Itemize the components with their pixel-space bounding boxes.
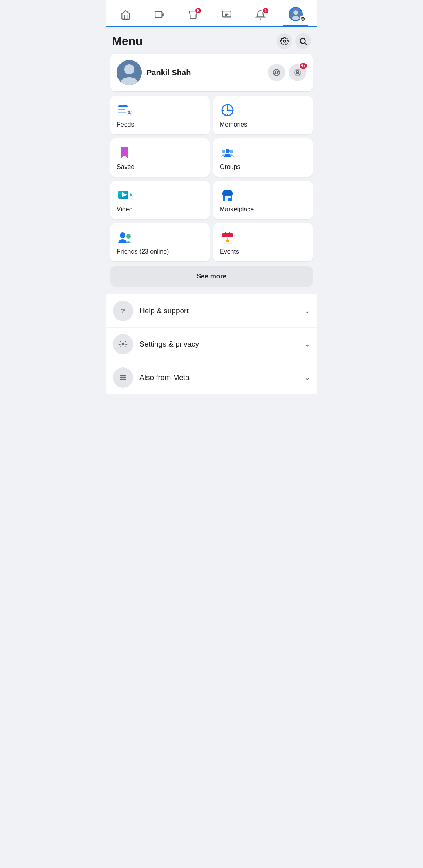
svg-line-12 [305,43,307,45]
see-more-button[interactable]: See more [110,266,313,287]
svg-rect-36 [228,196,231,198]
home-icon [120,9,131,20]
svg-point-14 [124,64,134,74]
grid-item-friends[interactable]: Friends (23 online) [110,223,210,261]
activity-badge: 9+ [299,62,308,69]
svg-marker-32 [130,192,132,197]
friends-label: Friends (23 online) [117,248,169,255]
profile-card[interactable]: Pankil Shah 9+ [110,54,313,91]
grid-item-marketplace[interactable]: Marketplace [213,181,313,219]
groups-icon [220,145,235,160]
saved-icon [117,145,132,160]
svg-point-59 [122,377,124,379]
feeds-icon [117,102,132,118]
memories-label: Memories [220,121,247,128]
menu-grid: Feeds Memories [106,96,317,261]
svg-point-11 [300,38,306,44]
messenger-nav-icon [221,9,232,20]
meta-label: Also from Meta [139,373,298,382]
help-support-item[interactable]: ? Help & support ⌄ [106,294,317,328]
grid-item-saved[interactable]: Saved [110,138,210,177]
settings-privacy-item[interactable]: Settings & privacy ⌄ [106,328,317,361]
svg-point-62 [122,378,124,380]
svg-rect-45 [222,236,233,237]
avatar [117,60,142,85]
svg-point-41 [120,232,125,238]
memories-icon [220,102,235,118]
events-icon [220,229,235,245]
grid-item-video[interactable]: Video [110,181,210,219]
svg-point-53 [122,343,124,345]
svg-point-4 [293,10,298,15]
svg-point-55 [120,375,122,377]
video-label: Video [117,206,133,212]
svg-point-5 [292,16,300,21]
settings-privacy-label: Settings & privacy [139,340,298,349]
profile-menu-overlay [300,16,306,22]
svg-text:?: ? [121,308,125,314]
svg-point-42 [126,234,131,239]
svg-rect-7 [301,18,304,18]
svg-marker-1 [161,13,164,16]
nav-messenger[interactable] [216,6,238,24]
groups-label: Groups [220,163,240,170]
settings-button[interactable] [277,33,292,49]
marketplace-label: Marketplace [220,206,254,212]
help-chevron-icon: ⌄ [304,307,310,315]
nav-notifications[interactable]: 1 [249,6,271,24]
svg-point-10 [283,40,286,42]
grid-item-feeds[interactable]: Feeds [110,96,210,134]
page-header: Menu [106,27,317,54]
activity-button[interactable]: 9+ [289,64,306,81]
settings-chevron-icon: ⌄ [304,340,310,349]
search-button[interactable] [295,33,311,49]
list-section: ? Help & support ⌄ Settings & privacy ⌄ [106,294,317,394]
saved-label: Saved [117,163,134,170]
page-title: Menu [112,35,143,48]
svg-point-27 [226,149,230,153]
video-nav-icon [154,9,165,20]
svg-point-60 [124,377,126,379]
friends-icon [117,229,132,245]
nav-video[interactable] [148,6,170,24]
svg-rect-46 [225,232,226,235]
meta-icon [113,367,133,388]
svg-point-56 [122,375,124,377]
svg-point-63 [124,378,126,380]
marketplace-nav-badge: 6 [195,7,202,14]
marketplace-icon [220,187,235,203]
svg-rect-21 [118,109,125,110]
notifications-badge: 1 [262,7,269,14]
svg-rect-0 [155,11,162,17]
svg-rect-22 [118,112,126,113]
meta-chevron-icon: ⌄ [304,373,310,382]
switch-profile-button[interactable] [268,64,285,81]
svg-point-57 [124,375,126,377]
help-support-label: Help & support [139,307,298,315]
svg-point-29 [230,150,233,153]
svg-point-25 [128,111,129,112]
top-navigation: 6 1 [106,0,317,27]
svg-rect-9 [301,19,304,20]
nav-marketplace[interactable]: 6 [182,6,204,24]
feeds-label: Feeds [117,121,134,128]
settings-icon [113,334,133,354]
video-grid-icon [117,187,132,203]
svg-rect-35 [225,196,228,201]
svg-rect-20 [118,105,128,107]
meta-item[interactable]: Also from Meta ⌄ [106,361,317,394]
svg-point-58 [120,377,122,379]
events-label: Events [220,248,239,255]
svg-point-17 [275,71,278,73]
grid-item-groups[interactable]: Groups [213,138,313,177]
nav-profile[interactable] [283,4,308,26]
nav-home[interactable] [115,6,137,24]
svg-rect-47 [229,232,230,235]
profile-action-buttons: 9+ [268,64,306,81]
grid-item-memories[interactable]: Memories [213,96,313,134]
header-actions [277,33,311,49]
grid-item-events[interactable]: Events [213,223,313,261]
profile-name: Pankil Shah [146,68,263,77]
svg-rect-49 [226,240,229,242]
svg-rect-8 [301,18,304,19]
